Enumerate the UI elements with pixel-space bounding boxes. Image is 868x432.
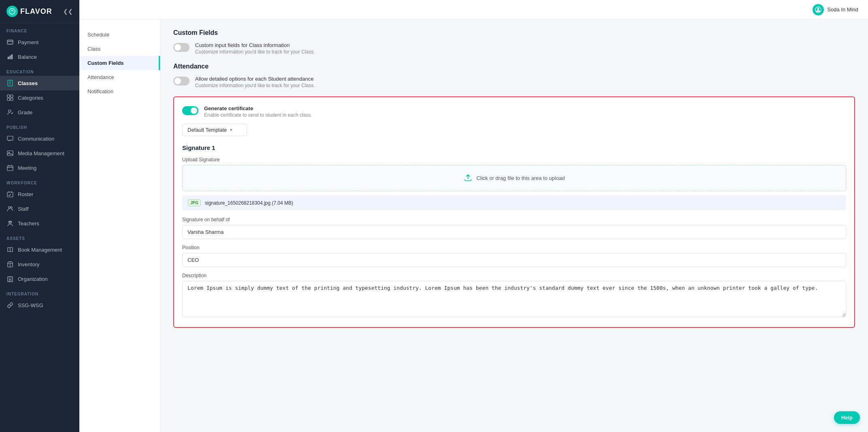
svg-rect-18 — [7, 166, 13, 171]
certificate-toggle[interactable] — [182, 106, 198, 115]
signature-section: Signature 1 Upload Signature Click or dr… — [182, 144, 846, 319]
template-dropdown[interactable]: Default Template ▾ — [182, 124, 247, 136]
sidebar-item-ssg-wsg[interactable]: SSG-WSG — [0, 298, 79, 312]
svg-rect-15 — [7, 136, 13, 140]
sidebar-item-payment[interactable]: Payment — [0, 35, 79, 49]
custom-fields-toggle-desc: Customize information you'd like to trac… — [195, 49, 315, 55]
custom-fields-toggle-label: Custom input fields for Class informatio… — [195, 42, 315, 48]
description-textarea[interactable] — [182, 281, 846, 317]
sidebar-item-book-management[interactable]: Book Management — [0, 242, 79, 257]
chevron-down-icon: ▾ — [230, 127, 232, 133]
behalf-input[interactable] — [182, 225, 846, 239]
help-button[interactable]: Help — [834, 411, 860, 424]
sidebar-label-payment: Payment — [18, 39, 38, 45]
svg-rect-3 — [8, 57, 9, 59]
attendance-toggle-label: Allow detailed options for each Student … — [195, 76, 315, 82]
logo-text: FLAVOR — [20, 7, 52, 16]
building-icon — [6, 275, 14, 282]
file-row: JPG signature_1650268218304.jpg (7.04 MB… — [182, 195, 846, 210]
section-label-workforce: WORKFORCE — [0, 175, 79, 187]
attendance-toggle-row: Allow detailed options for each Student … — [173, 76, 855, 88]
sidebar-label-inventory: Inventory — [18, 261, 39, 267]
section-label-integration: INTEGRATION — [0, 286, 79, 298]
svg-rect-5 — [11, 54, 13, 59]
sidebar-label-meeting: Meeting — [18, 165, 36, 171]
sidebar-item-categories[interactable]: Categories — [0, 90, 79, 105]
sidebar-label-grade: Grade — [18, 109, 32, 115]
box-icon — [6, 261, 14, 268]
section-label-education: EDUCATION — [0, 64, 79, 76]
message-icon — [6, 135, 14, 142]
sidebar-item-teachers[interactable]: Teachers — [0, 216, 79, 231]
sidebar-label-media-management: Media Management — [18, 150, 64, 156]
sidebar-label-categories: Categories — [18, 95, 43, 101]
sidebar-item-meeting[interactable]: Meeting — [0, 160, 79, 175]
svg-rect-13 — [11, 98, 13, 101]
signature-title: Signature 1 — [182, 144, 846, 151]
sidebar-label-classes: Classes — [18, 80, 38, 86]
certificate-highlight-box: Generate certificate Enable certificate … — [173, 96, 855, 328]
app-header: Soda In Mind — [79, 0, 868, 19]
custom-fields-toggle[interactable] — [173, 43, 189, 52]
position-label: Position — [182, 245, 846, 250]
image-icon — [6, 150, 14, 157]
sidebar-item-staff[interactable]: Staff — [0, 201, 79, 216]
main-container: Soda In Mind Schedule Class Custom Field… — [79, 0, 868, 432]
sub-nav-attendance[interactable]: Attendance — [79, 70, 160, 84]
sidebar-item-classes[interactable]: Classes — [0, 76, 79, 90]
svg-point-14 — [9, 110, 11, 112]
sidebar-item-organization[interactable]: Organization — [0, 272, 79, 286]
users-icon — [6, 205, 14, 212]
svg-rect-16 — [7, 151, 13, 156]
user-name-text: Soda In Mind — [827, 6, 858, 13]
position-input[interactable] — [182, 253, 846, 267]
sub-nav-class[interactable]: Class — [79, 42, 160, 56]
attendance-toggle-desc: Customize information you'd like to trac… — [195, 83, 315, 88]
svg-rect-1 — [7, 40, 13, 44]
upload-label: Upload Signature — [182, 157, 846, 163]
svg-rect-12 — [7, 98, 10, 101]
template-dropdown-value: Default Template — [187, 127, 227, 133]
file-name-text: signature_1650268218304.jpg (7.04 MB) — [205, 200, 293, 206]
svg-rect-22 — [7, 192, 13, 197]
sidebar-collapse-icon[interactable]: ❮❮ — [63, 8, 73, 15]
credit-card-icon — [6, 38, 14, 46]
calendar-check-icon — [6, 190, 14, 198]
custom-fields-toggle-row: Custom input fields for Class informatio… — [173, 42, 855, 55]
book-open-icon — [6, 246, 14, 253]
sidebar: FLAVOR ❮❮ FINANCE Payment Balance EDUCAT… — [0, 0, 79, 432]
file-type-badge: JPG — [188, 199, 201, 206]
user-badge[interactable]: Soda In Mind — [813, 4, 858, 15]
sidebar-item-grade[interactable]: Grade — [0, 105, 79, 120]
certificate-toggle-desc: Enable certificate to send to student in… — [204, 112, 312, 118]
cert-toggle-row: Generate certificate Enable certificate … — [182, 105, 846, 118]
book-icon — [6, 79, 14, 87]
section-label-publish: PUBLISH — [0, 120, 79, 131]
sidebar-label-teachers: Teachers — [18, 220, 39, 227]
sidebar-label-organization: Organization — [18, 276, 48, 282]
sidebar-item-media-management[interactable]: Media Management — [0, 146, 79, 160]
sidebar-item-roster[interactable]: Roster — [0, 187, 79, 201]
attendance-toggle[interactable] — [173, 77, 189, 86]
certificate-toggle-label: Generate certificate — [204, 105, 312, 111]
calendar-icon — [6, 164, 14, 171]
sub-nav-notification[interactable]: Notification — [79, 84, 160, 98]
grid-icon — [6, 94, 14, 101]
svg-point-26 — [11, 207, 12, 208]
upload-area[interactable]: Click or drag file to this area to uploa… — [182, 165, 846, 191]
sub-nav-custom-fields[interactable]: Custom Fields — [79, 56, 160, 70]
custom-fields-title: Custom Fields — [173, 29, 855, 36]
svg-point-17 — [9, 152, 10, 153]
sidebar-item-communication[interactable]: Communication — [0, 131, 79, 146]
upload-icon — [464, 173, 472, 184]
user-check-icon — [6, 109, 14, 116]
sub-nav: Schedule Class Custom Fields Attendance … — [79, 19, 160, 432]
page-content: Custom Fields Custom input fields for Cl… — [160, 19, 868, 432]
behalf-label: Signature on behalf of — [182, 217, 846, 222]
sub-nav-schedule[interactable]: Schedule — [79, 28, 160, 42]
section-label-finance: FINANCE — [0, 23, 79, 35]
sidebar-item-balance[interactable]: Balance — [0, 49, 79, 64]
user-avatar — [813, 4, 824, 15]
sidebar-item-inventory[interactable]: Inventory — [0, 257, 79, 272]
content-area: Schedule Class Custom Fields Attendance … — [79, 19, 868, 432]
